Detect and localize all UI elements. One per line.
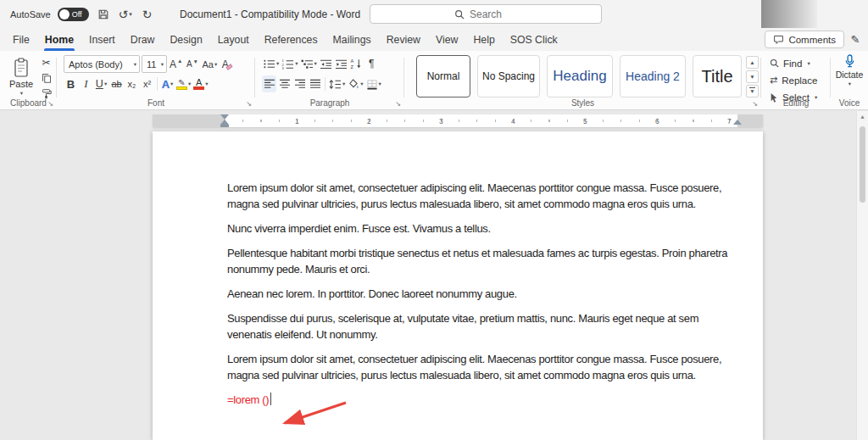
- search-box[interactable]: [370, 4, 602, 24]
- highlight-button[interactable]: ✎ ▾: [175, 75, 192, 92]
- editing-mode-button[interactable]: ✎: [847, 31, 864, 48]
- line-spacing-button[interactable]: ▾: [328, 75, 346, 92]
- ruler-left-margin: [153, 114, 225, 127]
- document-page[interactable]: Lorem ipsum dolor sit amet, consectetuer…: [153, 131, 763, 440]
- divider: [325, 77, 326, 91]
- paragraph[interactable]: Nunc viverra imperdiet enim. Fusce est. …: [227, 220, 737, 237]
- superscript-button[interactable]: x²: [140, 75, 154, 92]
- tab-draw[interactable]: Draw: [123, 28, 163, 51]
- redo-icon: ↻: [142, 8, 153, 21]
- style-normal[interactable]: Normal: [416, 55, 470, 97]
- font-name-select[interactable]: Aptos (Body) ▾: [64, 55, 140, 73]
- style-heading-1[interactable]: Heading: [547, 55, 613, 97]
- redo-button[interactable]: ↻: [140, 5, 155, 24]
- chevron-down-icon: ▾: [214, 61, 217, 68]
- text-cursor: [270, 393, 271, 405]
- font-dialog-launcher[interactable]: ↘: [246, 101, 252, 108]
- increase-indent-button[interactable]: [334, 55, 348, 72]
- font-size-value: 11: [147, 59, 156, 70]
- styles-scroll-down-button[interactable]: ▼: [746, 70, 759, 83]
- copy-icon: [42, 73, 52, 83]
- field-code-text[interactable]: =lorem (): [227, 393, 269, 406]
- font-size-select[interactable]: 11 ▾: [142, 55, 167, 73]
- borders-button[interactable]: ▾: [365, 75, 382, 92]
- find-icon: [770, 58, 779, 68]
- chevron-down-icon: ▾: [295, 60, 298, 67]
- subscript-button[interactable]: x₂: [125, 75, 139, 92]
- tab-sos-click[interactable]: SOS Click: [503, 28, 565, 51]
- dictate-button[interactable]: Dictate ▾: [831, 53, 868, 87]
- horizontal-ruler[interactable]: 1 2 3 4 5 6 7: [153, 114, 763, 127]
- left-indent-marker[interactable]: [220, 125, 229, 127]
- font-color-button[interactable]: A ▾: [192, 75, 209, 92]
- align-left-button[interactable]: [262, 75, 276, 92]
- paste-button[interactable]: Paste ▾: [5, 54, 37, 99]
- svg-text:Z: Z: [351, 64, 354, 70]
- vertical-scrollbar[interactable]: ▲: [856, 111, 868, 440]
- align-center-icon: [279, 79, 291, 89]
- undo-icon: ↺: [119, 8, 129, 21]
- find-button[interactable]: Find ▾: [770, 56, 810, 70]
- bullets-button[interactable]: ▾: [262, 55, 280, 72]
- styles-dialog-launcher[interactable]: ↘: [752, 101, 758, 108]
- cut-button[interactable]: ✂: [39, 56, 53, 70]
- tab-layout[interactable]: Layout: [210, 28, 257, 51]
- clear-formatting-button[interactable]: A: [220, 56, 234, 73]
- strikethrough-button[interactable]: ab: [109, 75, 124, 92]
- copy-button[interactable]: [39, 71, 53, 85]
- chevron-down-icon: ▾: [104, 81, 107, 87]
- paragraph-dialog-launcher[interactable]: ↘: [395, 101, 401, 108]
- paragraph[interactable]: Lorem ipsum dolor sit amet, consectetuer…: [227, 180, 737, 212]
- grow-font-button[interactable]: A▲: [169, 56, 183, 73]
- change-case-button[interactable]: Aa▾: [201, 56, 218, 73]
- paragraph[interactable]: Suspendisse dui purus, scelerisque at, v…: [227, 310, 737, 343]
- comments-button[interactable]: Comments: [765, 31, 844, 48]
- paragraph[interactable]: Pellentesque habitant morbi tristique se…: [227, 245, 737, 277]
- tab-view[interactable]: View: [428, 28, 465, 51]
- tab-home[interactable]: Home: [37, 28, 81, 51]
- sort-button[interactable]: AZ: [349, 55, 364, 72]
- increase-indent-icon: [335, 58, 348, 70]
- right-indent-marker[interactable]: [733, 120, 742, 125]
- italic-button[interactable]: I: [79, 75, 93, 92]
- paragraph[interactable]: Aenean nec lorem. In porttitor. Donec la…: [227, 286, 737, 302]
- ruler-number: 4: [511, 117, 515, 125]
- scroll-up-arrow[interactable]: ▲: [857, 114, 868, 120]
- clipboard-dialog-launcher[interactable]: ↘: [47, 101, 53, 108]
- text-effects-button[interactable]: A▾: [160, 75, 175, 92]
- shading-button[interactable]: ▾: [347, 75, 364, 92]
- find-label: Find: [783, 58, 802, 69]
- paragraph[interactable]: Lorem ipsum dolor sit amet, consectetuer…: [227, 351, 737, 383]
- autosave-toggle[interactable]: Off: [58, 8, 89, 21]
- tab-help[interactable]: Help: [465, 28, 502, 51]
- scrollbar-thumb[interactable]: [860, 126, 865, 203]
- align-right-button[interactable]: [292, 75, 307, 92]
- underline-button[interactable]: U▾: [94, 75, 108, 92]
- tab-file[interactable]: File: [5, 28, 37, 51]
- styles-scroll-up-button[interactable]: ▲: [746, 56, 759, 69]
- tab-mailings[interactable]: Mailings: [326, 28, 379, 51]
- tab-review[interactable]: Review: [379, 28, 428, 51]
- numbering-button[interactable]: 123▾: [281, 55, 298, 72]
- style-heading-2[interactable]: Heading 2: [620, 55, 686, 97]
- search-input[interactable]: [470, 8, 517, 20]
- styles-more-button[interactable]: ▼: [746, 85, 759, 97]
- bold-button[interactable]: B: [64, 75, 78, 92]
- sort-icon: AZ: [350, 58, 362, 70]
- save-button[interactable]: [96, 5, 111, 24]
- justify-button[interactable]: [308, 75, 322, 92]
- tab-references[interactable]: References: [257, 28, 326, 51]
- tab-insert[interactable]: Insert: [81, 28, 123, 51]
- style-no-spacing[interactable]: No Spacing: [477, 55, 540, 97]
- tab-design[interactable]: Design: [162, 28, 209, 51]
- show-formatting-button[interactable]: ¶: [364, 55, 379, 72]
- replace-button[interactable]: ⇄ Replace: [770, 73, 817, 87]
- align-center-button[interactable]: [277, 75, 292, 92]
- style-title[interactable]: Title: [693, 55, 742, 97]
- shrink-font-button[interactable]: A▼: [185, 56, 199, 73]
- undo-button[interactable]: ↺▾: [118, 5, 133, 24]
- decrease-indent-button[interactable]: [319, 55, 333, 72]
- field-code-line[interactable]: =lorem (): [227, 392, 737, 408]
- chevron-down-icon: ▾: [849, 81, 851, 87]
- multilevel-list-button[interactable]: ▾: [300, 55, 318, 72]
